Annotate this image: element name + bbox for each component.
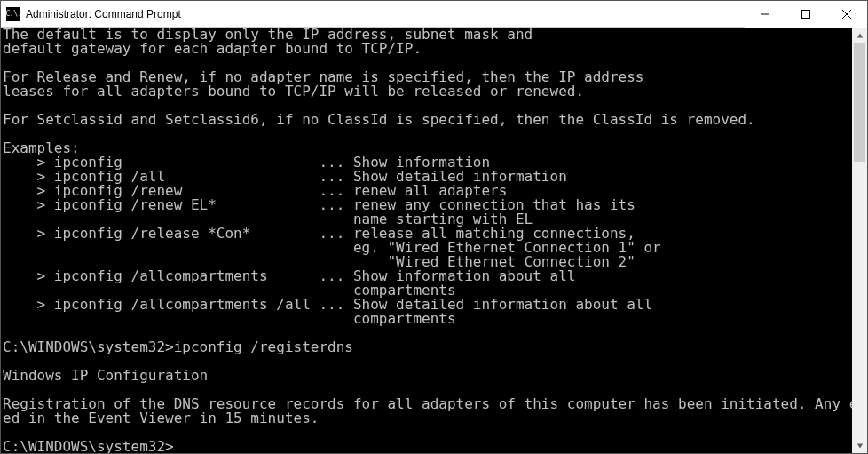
close-button[interactable] bbox=[826, 1, 867, 28]
scrollbar-thumb[interactable] bbox=[854, 43, 865, 162]
maximize-icon bbox=[801, 10, 810, 19]
chevron-down-icon bbox=[856, 442, 864, 450]
cmd-icon: C:\. bbox=[6, 7, 20, 21]
minimize-button[interactable] bbox=[745, 1, 785, 28]
svg-marker-4 bbox=[856, 33, 862, 37]
chevron-up-icon bbox=[856, 32, 864, 39]
close-icon bbox=[842, 10, 851, 19]
client-area: The default is to display only the IP ad… bbox=[1, 28, 867, 453]
scroll-up-button[interactable] bbox=[852, 28, 867, 43]
command-prompt-window: C:\. Administrator: Command Prompt The d… bbox=[0, 0, 868, 454]
maximize-button[interactable] bbox=[785, 1, 826, 28]
scroll-down-button[interactable] bbox=[852, 438, 867, 453]
titlebar[interactable]: C:\. Administrator: Command Prompt bbox=[1, 1, 867, 28]
minimize-icon bbox=[761, 10, 769, 19]
terminal-output[interactable]: The default is to display only the IP ad… bbox=[1, 28, 852, 453]
svg-marker-5 bbox=[856, 443, 862, 448]
vertical-scrollbar[interactable] bbox=[852, 28, 867, 453]
svg-rect-1 bbox=[802, 10, 810, 18]
scrollbar-track[interactable] bbox=[852, 43, 867, 438]
window-title: Administrator: Command Prompt bbox=[26, 8, 181, 20]
